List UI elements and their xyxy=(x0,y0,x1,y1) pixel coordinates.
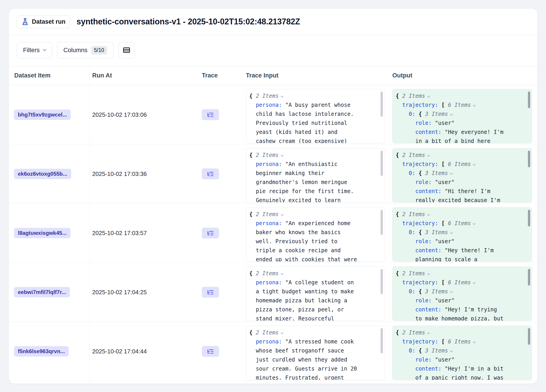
role-value: "user" xyxy=(435,179,455,185)
list-tree-icon xyxy=(207,230,214,237)
output-cell: { 2 Items trajectory: [ 6 Items 0: { 3 I… xyxy=(390,322,537,381)
trace-input-json[interactable]: { 2 Items persona: "An experienced home … xyxy=(246,207,385,262)
json-items-count: 6 Items xyxy=(448,279,471,286)
chevron-down-icon[interactable] xyxy=(450,113,453,116)
chevron-down-icon[interactable] xyxy=(281,331,284,334)
json-key: content: xyxy=(415,306,442,313)
chevron-down-icon[interactable] xyxy=(473,222,476,225)
trace-button[interactable] xyxy=(202,287,219,298)
trace-input-json[interactable]: { 2 Items persona: "A busy parent whose … xyxy=(246,89,385,143)
table-view-button[interactable] xyxy=(118,42,135,58)
scrollbar-thumb[interactable] xyxy=(528,328,530,345)
trace-button[interactable] xyxy=(202,168,219,179)
output-json[interactable]: { 2 Items trajectory: [ 6 Items 0: { 3 I… xyxy=(392,89,532,143)
chevron-down-icon[interactable] xyxy=(281,154,284,157)
chevron-down-icon[interactable] xyxy=(427,213,430,216)
chevron-down-icon[interactable] xyxy=(473,281,476,284)
scrollbar-thumb[interactable] xyxy=(528,269,530,286)
scrollbar-thumb[interactable] xyxy=(528,210,530,227)
chevron-down-icon[interactable] xyxy=(281,272,284,275)
columns-button[interactable]: Columns 5/10 xyxy=(57,42,113,58)
scrollbar-thumb[interactable] xyxy=(381,151,383,176)
table-row: eebwi7mfil7lqlf7r... 2025-10-02 17:04:25… xyxy=(9,263,537,322)
chevron-down-icon[interactable] xyxy=(427,154,430,157)
chevron-down-icon[interactable] xyxy=(450,290,453,293)
json-items-count: 3 Items xyxy=(425,348,448,354)
dataset-item-link[interactable]: ek6oz6vtoxg055b... xyxy=(14,169,71,179)
json-items-count: 2 Items xyxy=(256,329,279,336)
json-key: 0: xyxy=(409,229,415,235)
json-items-count: 2 Items xyxy=(256,93,279,99)
output-json[interactable]: { 2 Items trajectory: [ 6 Items 0: { 3 I… xyxy=(392,148,532,202)
trace-input-cell: { 2 Items persona: "A college student on… xyxy=(244,263,390,322)
columns-count-badge: 5/10 xyxy=(91,46,107,54)
output-json[interactable]: { 2 Items trajectory: [ 6 Items 0: { 3 I… xyxy=(392,207,532,262)
trace-input-json[interactable]: { 2 Items persona: "A stressed home cook… xyxy=(246,326,385,380)
json-open-bracket: [ xyxy=(441,161,445,167)
filters-button[interactable]: Filters xyxy=(17,42,52,58)
json-open-bracket: [ xyxy=(441,279,445,286)
scrollbar-thumb[interactable] xyxy=(381,269,383,294)
output-json[interactable]: { 2 Items trajectory: [ 6 Items 0: { 3 I… xyxy=(392,266,532,321)
chevron-down-icon[interactable] xyxy=(450,231,453,234)
dataset-item-link[interactable]: f5nk6lse963qrvn... xyxy=(14,346,69,357)
json-open-brace: { xyxy=(419,348,422,354)
trace-cell xyxy=(200,263,244,322)
dataset-item-link[interactable]: l8agtuwxisgwk45... xyxy=(14,228,71,238)
json-items-count: 6 Items xyxy=(448,102,471,108)
trace-button[interactable] xyxy=(202,228,219,239)
chevron-down-icon[interactable] xyxy=(473,163,476,166)
json-items-count: 2 Items xyxy=(402,152,425,158)
output-cell: { 2 Items trajectory: [ 6 Items 0: { 3 I… xyxy=(390,144,537,203)
column-header-run-at: Run At xyxy=(90,72,200,79)
chevron-down-icon[interactable] xyxy=(427,331,430,334)
columns-label: Columns xyxy=(64,47,88,54)
chevron-down-icon[interactable] xyxy=(281,213,284,216)
output-json[interactable]: { 2 Items trajectory: [ 6 Items 0: { 3 I… xyxy=(392,326,532,380)
list-tree-icon xyxy=(207,289,214,296)
column-header-dataset-item: Dataset Item xyxy=(9,66,90,85)
scrollbar-thumb[interactable] xyxy=(381,91,383,117)
dataset-item-cell: eebwi7mfil7lqlf7r... xyxy=(9,263,90,322)
json-key: role: xyxy=(415,120,432,126)
role-value: "user" xyxy=(435,357,455,363)
trace-input-json[interactable]: { 2 Items persona: "An enthusiastic begi… xyxy=(246,148,385,202)
scrollbar-thumb[interactable] xyxy=(381,328,383,353)
scrollbar-thumb[interactable] xyxy=(381,210,383,235)
json-open-brace: { xyxy=(249,152,253,158)
run-at-value: 2025-10-02 17:03:57 xyxy=(90,203,200,263)
scrollbar-thumb[interactable] xyxy=(528,91,530,108)
json-key: persona: xyxy=(256,279,282,286)
chevron-down-icon[interactable] xyxy=(450,172,453,175)
dataset-item-cell: f5nk6lse963qrvn... xyxy=(9,322,90,381)
badge-label: Dataset run xyxy=(32,18,65,25)
chevron-down-icon[interactable] xyxy=(427,272,430,275)
json-key: persona: xyxy=(256,338,282,345)
trace-input-json[interactable]: { 2 Items persona: "A college student on… xyxy=(246,266,385,321)
scrollbar-thumb[interactable] xyxy=(528,151,530,167)
chevron-down-icon[interactable] xyxy=(473,340,476,343)
json-items-count: 3 Items xyxy=(425,170,448,176)
json-key: role: xyxy=(415,179,432,185)
json-key: 0: xyxy=(409,170,415,176)
chevron-down-icon[interactable] xyxy=(450,349,453,352)
trace-button[interactable] xyxy=(202,109,219,120)
chevron-down-icon[interactable] xyxy=(281,95,284,98)
json-items-count: 6 Items xyxy=(448,161,471,167)
chevron-down-icon[interactable] xyxy=(427,95,430,98)
trace-button[interactable] xyxy=(202,346,219,357)
json-items-count: 2 Items xyxy=(402,270,425,277)
dataset-item-link[interactable]: eebwi7mfil7lqlf7r... xyxy=(14,287,70,297)
json-key: trajectory: xyxy=(402,279,438,286)
json-key: content: xyxy=(415,366,442,372)
json-key: trajectory: xyxy=(402,338,438,345)
chevron-down-icon xyxy=(43,48,46,51)
json-open-brace: { xyxy=(249,329,253,336)
chevron-down-icon[interactable] xyxy=(473,104,476,107)
dataset-item-link[interactable]: bhg7t5xv9zgwcel... xyxy=(14,109,71,120)
json-key: 0: xyxy=(409,348,415,354)
table-header: Dataset Item Run At Trace Trace Input Ou… xyxy=(9,66,537,85)
trace-cell xyxy=(200,85,244,144)
json-open-brace: { xyxy=(419,111,422,117)
page-header: Dataset run synthetic-conversations-v1 -… xyxy=(9,9,537,35)
